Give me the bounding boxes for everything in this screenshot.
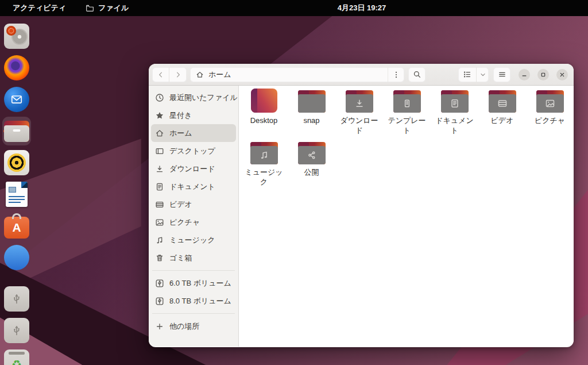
dock-item-rhythmbox[interactable]	[2, 148, 31, 177]
file-item[interactable]: ダウンロード	[335, 89, 383, 135]
dock-item-help[interactable]	[2, 243, 31, 272]
sidebar-item-videos[interactable]: ビデオ	[151, 195, 236, 213]
download-emblem-icon	[354, 98, 365, 109]
sidebar-item-label: ゴミ箱	[169, 253, 192, 263]
sidebar-item-starred[interactable]: 星付き	[151, 106, 236, 124]
file-item[interactable]: ビデオ	[478, 89, 526, 135]
dock-item-usb-drive-2[interactable]	[2, 316, 31, 345]
file-name: ドキュメント	[434, 116, 476, 135]
folder-icon	[346, 90, 373, 113]
sidebar-item-volume-8tb[interactable]: 8.0 TB ボリューム	[151, 292, 236, 310]
document-icon	[155, 182, 164, 191]
file-name: ダウンロード	[338, 116, 381, 135]
picture-emblem-icon	[545, 98, 555, 109]
dock-item-libreoffice-writer[interactable]	[2, 180, 31, 209]
rhythmbox-icon	[4, 150, 29, 175]
file-name: ビデオ	[491, 116, 514, 125]
sidebar-item-desktop[interactable]: デスクトップ	[151, 142, 236, 160]
file-name: snap	[303, 116, 319, 125]
file-item[interactable]: 公開	[288, 140, 335, 187]
file-item[interactable]: snap	[288, 89, 335, 135]
sidebar-item-documents[interactable]: ドキュメント	[151, 178, 236, 195]
clock[interactable]: 4月23日 19:27	[338, 3, 386, 13]
minimize-button[interactable]	[519, 69, 530, 80]
sidebar-item-downloads[interactable]: ダウンロード	[151, 160, 236, 178]
folder-icon	[86, 4, 94, 13]
sidebar-item-volume-6tb[interactable]: 6.0 TB ボリューム	[151, 274, 236, 292]
window-controls	[519, 69, 568, 80]
maximize-button[interactable]	[537, 69, 549, 80]
dock-item-trash[interactable]: ♻	[2, 348, 31, 365]
file-item[interactable]: ミュージック	[240, 140, 288, 187]
sidebar-item-label: 他の場所	[169, 321, 199, 332]
files-window: ホーム	[149, 64, 574, 347]
file-item[interactable]: ピクチャ	[526, 89, 574, 135]
sidebar-item-label: ホーム	[169, 128, 192, 139]
sidebar-item-music[interactable]: ミュージック	[151, 231, 236, 249]
sidebar-item-label: 6.0 TB ボリューム	[169, 278, 231, 289]
sidebar-item-pictures[interactable]: ピクチャ	[151, 213, 236, 231]
libreoffice-writer-icon	[6, 182, 28, 207]
activities-button[interactable]: アクティビティ	[13, 3, 66, 13]
firefox-icon	[4, 55, 29, 80]
sidebar-item-label: ピクチャ	[169, 217, 200, 228]
sidebar-item-label: ダウンロード	[169, 164, 215, 174]
folder-icon	[393, 90, 421, 113]
sidebar-item-label: ミュージック	[169, 235, 215, 245]
sidebar-item-trash[interactable]: ゴミ箱	[151, 249, 236, 267]
headerbar[interactable]: ホーム	[149, 64, 574, 86]
folder-icon	[489, 90, 516, 113]
sidebar-item-label: 最近開いたファイル	[169, 93, 238, 103]
folder-icon	[536, 90, 564, 113]
usb-drive-icon	[4, 318, 29, 343]
file-item[interactable]: ドキュメント	[431, 89, 478, 135]
focused-app-menu[interactable]: ファイル	[86, 3, 129, 13]
plus-icon	[155, 322, 164, 331]
sidebar-item-other-locations[interactable]: 他の場所	[151, 317, 236, 335]
back-button[interactable]	[152, 67, 169, 82]
top-bar: アクティビティ ファイル 4月23日 19:27	[0, 0, 588, 16]
sidebar-item-recent[interactable]: 最近開いたファイル	[151, 89, 236, 106]
folder-icon	[250, 142, 278, 164]
usb-drive-icon	[4, 286, 29, 312]
sidebar-item-label: 8.0 TB ボリューム	[169, 296, 231, 306]
path-bar[interactable]: ホーム	[190, 67, 404, 82]
star-icon	[155, 111, 164, 120]
ubuntu-installer-icon	[4, 24, 29, 49]
dock-item-usb-drive-1[interactable]	[2, 285, 31, 313]
sidebar-item-home[interactable]: ホーム	[151, 124, 236, 142]
video-icon	[155, 200, 164, 209]
file-name: Desktop	[250, 116, 278, 125]
close-button[interactable]	[556, 69, 568, 80]
sidebar-divider	[152, 270, 235, 271]
file-view[interactable]: Desktopsnapダウンロードテンプレートドキュメントビデオピクチャミュージ…	[239, 86, 574, 347]
dock-item-firefox[interactable]	[2, 53, 31, 82]
dock: A♻	[0, 16, 33, 365]
file-item[interactable]: Desktop	[240, 89, 288, 135]
sidebar-item-label: 星付き	[169, 110, 192, 121]
list-view-button[interactable]	[458, 67, 476, 82]
view-options-chevron-down-icon[interactable]	[476, 67, 489, 82]
sidebar: 最近開いたファイル星付きホームデスクトップダウンロードドキュメントビデオピクチャ…	[149, 86, 239, 347]
desktop-icon	[155, 147, 164, 156]
help-icon	[4, 245, 29, 270]
share-emblem-icon	[307, 150, 317, 160]
dock-item-ubuntu-installer[interactable]	[2, 22, 31, 51]
file-item[interactable]: テンプレート	[383, 89, 431, 135]
dock-item-files[interactable]	[2, 117, 31, 145]
file-name: ミュージック	[243, 167, 285, 187]
sidebar-list: 最近開いたファイル星付きホームデスクトップダウンロードドキュメントビデオピクチャ…	[151, 89, 236, 335]
search-button[interactable]	[408, 67, 425, 82]
location-menu-button[interactable]	[388, 67, 404, 82]
dock-item-thunderbird[interactable]	[2, 85, 31, 114]
document-emblem-icon	[450, 98, 460, 109]
folder-icon	[441, 90, 469, 113]
sidebar-item-label: ドキュメント	[169, 182, 215, 192]
file-name: テンプレート	[386, 116, 428, 135]
home-icon	[155, 129, 164, 138]
folder-icon	[298, 90, 326, 113]
hamburger-menu-button[interactable]	[493, 67, 510, 82]
dock-item-ubuntu-software[interactable]: A	[2, 212, 31, 240]
forward-button[interactable]	[169, 67, 187, 82]
desktop-folder-icon	[251, 89, 277, 113]
